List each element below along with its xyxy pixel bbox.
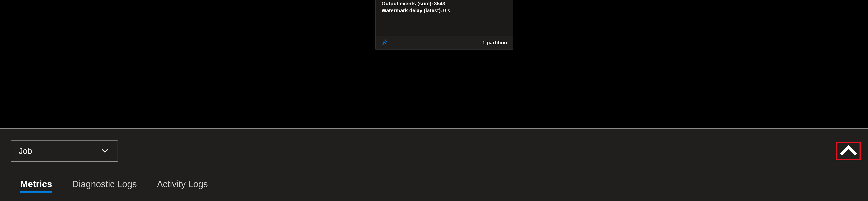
stat-watermark-delay: Watermark delay (latest): 0 s: [381, 7, 507, 14]
stat-label: Watermark delay (latest):: [381, 7, 442, 14]
bottom-panel: Job Metrics Diagnostic Logs Activity Log…: [0, 129, 868, 201]
plug-icon: [381, 38, 389, 47]
expand-panel-button[interactable]: [836, 142, 861, 160]
scope-select[interactable]: Job: [11, 140, 118, 162]
tab-metrics[interactable]: Metrics: [20, 179, 52, 193]
stat-output-events: Output events (sum): 3543: [381, 0, 507, 7]
stat-label: Output events (sum):: [381, 0, 433, 7]
node-body: Output events (sum): 3543 Watermark dela…: [376, 0, 513, 36]
stat-value: 3543: [434, 0, 445, 7]
panel-tabs: Metrics Diagnostic Logs Activity Logs: [20, 179, 857, 193]
job-node-card[interactable]: Output events (sum): 3543 Watermark dela…: [375, 0, 513, 50]
chevron-up-icon: [840, 144, 857, 158]
node-footer: 1 partition: [376, 36, 513, 49]
select-value: Job: [19, 146, 32, 156]
partition-count: 1 partition: [482, 40, 507, 46]
chevron-down-icon: [100, 146, 110, 156]
stat-value: 0 s: [443, 7, 450, 14]
tab-diagnostic-logs[interactable]: Diagnostic Logs: [72, 179, 137, 193]
tab-activity-logs[interactable]: Activity Logs: [157, 179, 208, 193]
